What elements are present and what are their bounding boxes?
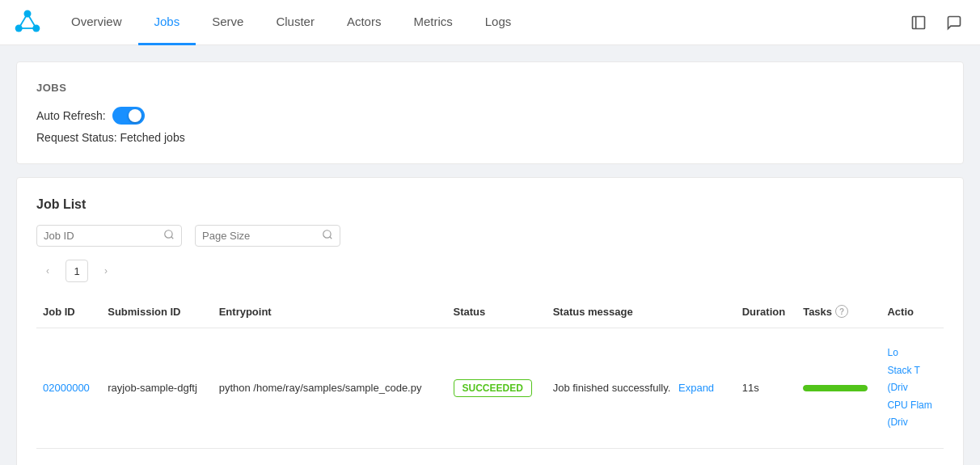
page-size-filter[interactable] [195,225,340,247]
table-header: Job ID Submission ID Entrypoint Status S… [36,295,944,328]
job-id-input[interactable] [44,230,158,242]
col-status-message: Status message [547,295,736,328]
action-logs[interactable]: Lo [887,345,937,362]
tasks-help-icon[interactable]: ? [835,305,848,318]
jobs-header-card: JOBS Auto Refresh: Request Status: Fetch… [16,61,964,164]
nav-logs[interactable]: Logs [469,0,528,45]
cell-entrypoint: python /home/ray/samples/sample_code.py [213,328,447,449]
col-job-id: Job ID [36,295,101,328]
toggle-thumb [129,109,142,122]
auto-refresh-label: Auto Refresh: [36,109,106,122]
action-driver-1[interactable]: (Driv [887,379,937,397]
svg-point-8 [165,230,172,238]
nav-cluster[interactable]: Cluster [260,0,331,45]
nav-jobs[interactable]: Jobs [138,0,196,45]
col-entrypoint: Entrypoint [213,295,447,328]
action-cpu-flame[interactable]: CPU Flam [887,397,937,415]
col-duration: Duration [736,295,796,328]
jobs-title: JOBS [36,82,944,94]
page-size-search-icon [322,229,333,243]
svg-rect-6 [913,16,925,28]
svg-line-11 [330,237,332,239]
actions-col: Lo Stack T (Driv CPU Flam (Driv [887,345,937,432]
job-id-filter[interactable] [36,225,182,247]
cell-job-id: 02000000 [36,328,101,449]
jobs-table: Job ID Submission ID Entrypoint Status S… [36,295,944,449]
status-message-value: Job finished successfully. [553,382,671,394]
prev-page-button[interactable]: ‹ [36,260,59,282]
action-driver-2[interactable]: (Driv [887,414,937,432]
next-page-button[interactable]: › [95,260,117,282]
current-page: 1 [65,260,88,282]
chat-icon[interactable] [941,10,967,36]
cell-tasks [796,328,881,449]
job-id-link[interactable]: 02000000 [43,382,90,394]
cell-status: SUCCEEDED [447,328,547,449]
nav-logo [13,6,49,38]
nav-serve[interactable]: Serve [196,0,260,45]
svg-point-10 [323,230,331,238]
job-list-card: Job List ‹ [16,177,964,465]
page-size-input[interactable] [202,230,317,242]
job-id-search-icon [163,229,175,243]
action-stack-trace[interactable]: Stack T [887,362,937,380]
status-badge: SUCCEEDED [454,379,532,397]
entrypoint-value: python /home/ray/samples/sample_code.py [219,382,422,394]
cell-submission-id: rayjob-sample-dgftj [101,328,212,449]
col-actions: Actio [881,295,944,328]
submission-id-value: rayjob-sample-dgftj [108,382,197,394]
nav-items: Overview Jobs Serve Cluster Actors Metri… [55,0,899,45]
tasks-progress-fill [803,385,868,391]
col-tasks: Tasks ? [796,295,881,328]
nav-metrics[interactable]: Metrics [397,0,468,45]
cell-duration: 11s [736,328,796,449]
col-status: Status [447,295,547,328]
table-body: 02000000 rayjob-sample-dgftj python /hom… [36,328,944,449]
nav-actors[interactable]: Actors [331,0,398,45]
cell-actions: Lo Stack T (Driv CPU Flam (Driv [881,328,944,449]
main-content: JOBS Auto Refresh: Request Status: Fetch… [0,45,980,465]
navbar: Overview Jobs Serve Cluster Actors Metri… [0,0,980,45]
nav-right-icons [906,10,967,36]
expand-link[interactable]: Expand [678,382,714,394]
duration-value: 11s [742,382,759,394]
auto-refresh-row: Auto Refresh: [36,107,944,125]
request-status: Request Status: Fetched jobs [36,131,944,144]
nav-overview[interactable]: Overview [55,0,138,45]
auto-refresh-toggle[interactable] [112,107,145,125]
table-row: 02000000 rayjob-sample-dgftj python /hom… [36,328,944,449]
pagination: ‹ 1 › [36,260,944,282]
toggle-track [112,107,145,125]
svg-line-4 [27,14,36,28]
svg-line-3 [19,14,27,28]
bookmark-icon[interactable] [906,10,931,36]
job-list-title: Job List [36,197,944,212]
tasks-progress-bar [803,385,868,391]
svg-line-9 [171,237,174,239]
col-submission-id: Submission ID [101,295,212,328]
cell-status-message: Job finished successfully. Expand [547,328,736,449]
filters-row [36,225,944,247]
